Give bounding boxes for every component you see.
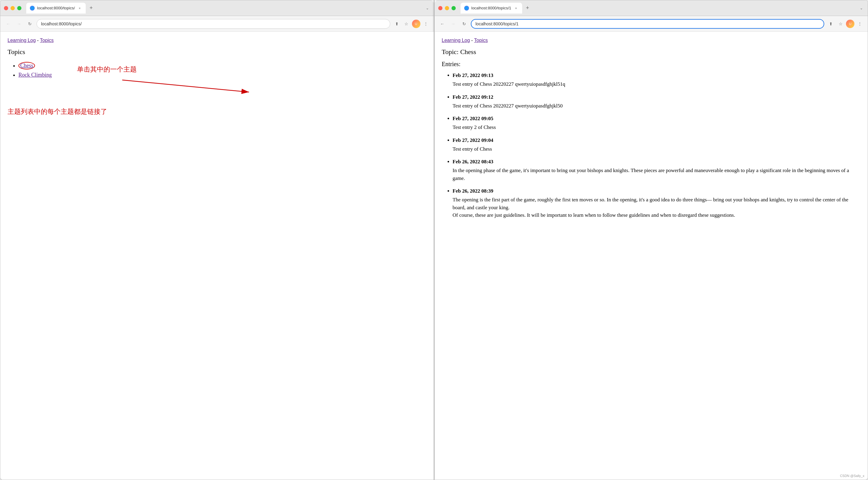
- entry-date: Feb 26, 2022 08:43: [453, 159, 861, 165]
- left-new-tab-button[interactable]: +: [87, 4, 95, 12]
- left-tab-close[interactable]: ×: [77, 6, 82, 10]
- left-forward-icon: →: [17, 22, 21, 26]
- right-new-tab-button[interactable]: +: [523, 4, 532, 12]
- right-maximize-button[interactable]: [452, 6, 456, 10]
- right-share-icon[interactable]: ⬆: [827, 20, 835, 28]
- entry-date: Feb 27, 2022 09:05: [453, 116, 861, 122]
- right-back-button[interactable]: ←: [438, 20, 447, 28]
- right-refresh-icon: ↻: [462, 22, 466, 26]
- right-forward-button[interactable]: →: [449, 20, 458, 28]
- list-item: Feb 27, 2022 09:12 Test entry of Chess 2…: [453, 94, 861, 110]
- left-browser-window: 🌐 localhost:8000/topics/ × + ⌄ ← → ↻ ⬆ ☆…: [0, 0, 434, 480]
- left-address-icons: ⬆ ☆ U ⋮: [393, 20, 430, 28]
- right-minimize-button[interactable]: [445, 6, 449, 10]
- chess-link-circle: Chess: [19, 62, 35, 69]
- right-breadcrumb-separator: -: [470, 38, 474, 43]
- entry-date: Feb 27, 2022 09:12: [453, 94, 861, 100]
- left-more-icon[interactable]: ⋮: [422, 20, 430, 28]
- right-tab-bar: 🌐 localhost:8000/topics/1 × + ⌄: [461, 3, 864, 13]
- annotation-text-2: 主题列表中的每个主题都是链接了: [7, 107, 107, 116]
- left-refresh-button[interactable]: ↻: [26, 20, 34, 28]
- right-address-bar: ← → ↻ ⬆ ☆ U ⋮: [435, 16, 868, 32]
- right-more-icon[interactable]: ⋮: [856, 20, 864, 28]
- right-close-button[interactable]: [438, 6, 442, 10]
- entry-text: Test entry of Chess 20220227 qwertyuiopa…: [447, 102, 861, 110]
- watermark: CSDN @Sally_x: [840, 474, 864, 478]
- right-tab-title: localhost:8000/topics/1: [471, 6, 511, 10]
- right-address-icons: ⬆ ☆ U ⋮: [827, 20, 864, 28]
- left-maximize-button[interactable]: [17, 6, 22, 10]
- left-home-link[interactable]: Learning Log: [7, 38, 36, 43]
- list-item: Feb 27, 2022 09:04 Test entry of Chess: [453, 137, 861, 153]
- left-topics-link[interactable]: Topics: [40, 38, 54, 43]
- right-entries-list: Feb 27, 2022 09:13 Test entry of Chess 2…: [442, 72, 861, 219]
- left-refresh-icon: ↻: [28, 22, 32, 26]
- entry-text: The opening is the first part of the gam…: [447, 196, 861, 219]
- right-active-tab[interactable]: 🌐 localhost:8000/topics/1 ×: [461, 3, 522, 13]
- list-item: Feb 26, 2022 08:43 In the opening phase …: [453, 159, 861, 182]
- annotation-text-1: 单击其中的一个主题: [77, 65, 137, 74]
- left-breadcrumb-separator: -: [36, 38, 40, 43]
- entry-text: Test entry 2 of Chess: [447, 123, 861, 131]
- entry-text: Test entry of Chess 20220227 qwertyuiopa…: [447, 80, 861, 88]
- left-page-content: Learning Log - Topics Topics Chess Rock …: [0, 32, 434, 480]
- annotation-arrow: [13, 74, 255, 98]
- left-tab-title: localhost:8000/topics/: [37, 6, 75, 10]
- right-profile-avatar[interactable]: U: [846, 20, 855, 28]
- left-window-controls: [4, 6, 22, 10]
- list-item: Feb 26, 2022 08:39 The opening is the fi…: [453, 188, 861, 219]
- left-title-bar: 🌐 localhost:8000/topics/ × + ⌄: [0, 0, 434, 16]
- right-page-content: Learning Log - Topics Topic: Chess Entri…: [435, 32, 868, 480]
- right-star-icon[interactable]: ☆: [836, 20, 845, 28]
- annotation-area: 单击其中的一个主题 主题列表中的每个主题都是链接了: [7, 83, 427, 143]
- right-home-link[interactable]: Learning Log: [442, 38, 470, 43]
- right-back-icon: ←: [440, 22, 444, 26]
- left-active-tab[interactable]: 🌐 localhost:8000/topics/ ×: [26, 3, 86, 13]
- right-tab-dropdown[interactable]: ⌄: [859, 5, 864, 11]
- right-browser-window: 🌐 localhost:8000/topics/1 × + ⌄ ← → ↻ ⬆ …: [434, 0, 868, 480]
- chess-link[interactable]: Chess: [20, 62, 33, 68]
- left-page-heading: Topics: [7, 48, 427, 56]
- right-title-bar: 🌐 localhost:8000/topics/1 × + ⌄: [435, 0, 868, 16]
- left-profile-avatar[interactable]: U: [412, 20, 421, 28]
- entry-date: Feb 26, 2022 08:39: [453, 188, 861, 194]
- right-url-input[interactable]: [471, 19, 825, 29]
- right-forward-icon: →: [451, 22, 456, 26]
- left-close-button[interactable]: [4, 6, 8, 10]
- left-breadcrumb: Learning Log - Topics: [7, 38, 427, 43]
- left-back-icon: ←: [6, 22, 10, 26]
- left-star-icon[interactable]: ☆: [402, 20, 411, 28]
- list-item: Feb 27, 2022 09:05 Test entry 2 of Chess: [453, 116, 861, 131]
- left-tab-dropdown[interactable]: ⌄: [425, 5, 430, 11]
- right-entries-heading: Entries:: [442, 61, 861, 68]
- svg-line-1: [122, 80, 249, 92]
- left-share-icon[interactable]: ⬆: [393, 20, 401, 28]
- entry-date: Feb 27, 2022 09:04: [453, 137, 861, 143]
- right-topic-heading: Topic: Chess: [442, 48, 861, 56]
- right-tab-favicon: 🌐: [464, 6, 469, 10]
- entry-text: In the opening phase of the game, it's i…: [447, 167, 861, 182]
- left-address-bar: ← → ↻ ⬆ ☆ U ⋮: [0, 16, 434, 32]
- left-back-button[interactable]: ←: [4, 20, 12, 28]
- right-breadcrumb: Learning Log - Topics: [442, 38, 861, 43]
- right-tab-close[interactable]: ×: [514, 6, 519, 10]
- entry-date: Feb 27, 2022 09:13: [453, 72, 861, 79]
- left-minimize-button[interactable]: [10, 6, 15, 10]
- left-tab-favicon: 🌐: [30, 6, 35, 10]
- right-refresh-button[interactable]: ↻: [460, 20, 468, 28]
- list-item: Feb 27, 2022 09:13 Test entry of Chess 2…: [453, 72, 861, 88]
- right-window-controls: [438, 6, 456, 10]
- entry-text: Test entry of Chess: [447, 145, 861, 153]
- left-forward-button[interactable]: →: [15, 20, 23, 28]
- right-topics-link[interactable]: Topics: [474, 38, 488, 43]
- left-url-input[interactable]: [36, 19, 390, 29]
- left-tab-bar: 🌐 localhost:8000/topics/ × + ⌄: [26, 3, 430, 13]
